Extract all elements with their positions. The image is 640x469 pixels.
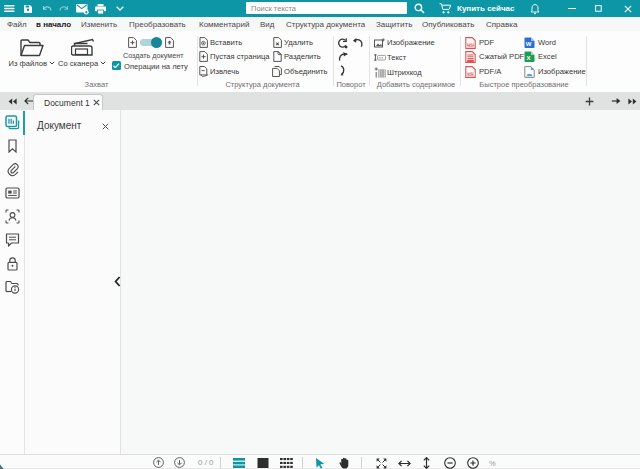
svg-text:PDFA: PDFA (468, 72, 475, 76)
svg-text:X: X (526, 55, 530, 61)
svg-text:PDF: PDF (468, 43, 474, 47)
svg-text:W: W (526, 41, 532, 47)
